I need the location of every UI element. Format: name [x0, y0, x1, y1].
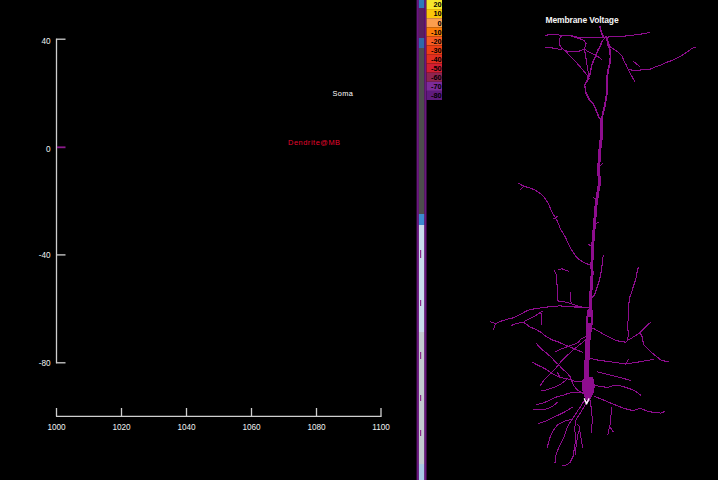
svg-text:10: 10: [433, 9, 441, 18]
svg-text:-10: -10: [431, 28, 442, 37]
svg-text:20: 20: [433, 0, 441, 9]
svg-text:0: 0: [437, 19, 441, 28]
svg-text:-20: -20: [431, 37, 442, 46]
svg-text:-40: -40: [39, 251, 51, 260]
svg-text:0: 0: [46, 145, 51, 154]
svg-text:-70: -70: [431, 82, 442, 91]
svg-text:1100: 1100: [372, 423, 390, 432]
svg-text:-40: -40: [431, 55, 442, 64]
svg-text:-80: -80: [431, 91, 442, 100]
svg-text:1080: 1080: [307, 423, 326, 432]
svg-text:-60: -60: [431, 73, 442, 82]
svg-text:-50: -50: [431, 64, 442, 73]
svg-text:1020: 1020: [112, 423, 131, 432]
svg-text:Dendrite@MB: Dendrite@MB: [288, 138, 341, 147]
svg-text:1060: 1060: [242, 423, 261, 432]
svg-text:Soma: Soma: [333, 89, 354, 98]
svg-text:-30: -30: [431, 46, 442, 55]
svg-text:Membrane Voltage: Membrane Voltage: [546, 15, 619, 25]
svg-text:-80: -80: [39, 359, 51, 368]
svg-text:1040: 1040: [177, 423, 196, 432]
svg-text:40: 40: [41, 37, 51, 46]
svg-text:1000: 1000: [47, 423, 66, 432]
